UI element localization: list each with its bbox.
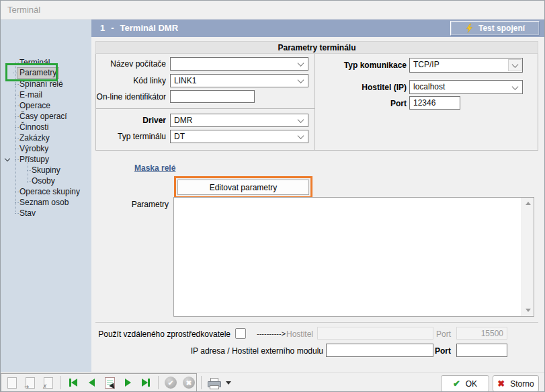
combobox-dropdown-button[interactable] bbox=[508, 59, 521, 71]
toolbar-separator bbox=[60, 376, 61, 389]
chevron-down-icon[interactable] bbox=[5, 156, 10, 161]
host-ip-label: Hostitel (IP) bbox=[310, 83, 407, 92]
import-record-icon: ➜ bbox=[26, 377, 35, 389]
previous-record-button[interactable] bbox=[84, 375, 99, 390]
group-border-right bbox=[538, 54, 538, 150]
sidebar-item-pristupy[interactable]: Přístupy bbox=[19, 155, 49, 165]
parameters-textarea[interactable] bbox=[173, 197, 534, 317]
parameters-label: Parametry bbox=[95, 200, 169, 209]
host-ip-combobox[interactable]: localhost bbox=[409, 80, 523, 94]
use-remote-broker-label: Použít vzdáleného zprostředkovatele bbox=[81, 329, 230, 339]
last-record-button[interactable] bbox=[138, 375, 153, 390]
browse-records-button[interactable] bbox=[102, 375, 117, 390]
remote-port-label: Port bbox=[417, 329, 451, 339]
line-code-combobox[interactable]: LINK1 bbox=[170, 74, 308, 87]
record-title: Terminál DMR bbox=[120, 23, 178, 33]
scroll-up-icon[interactable] bbox=[526, 202, 531, 205]
vertical-scrollbar[interactable] bbox=[521, 198, 534, 316]
sidebar-item-operace[interactable]: Operace bbox=[19, 101, 50, 111]
cross-icon: ✖ bbox=[497, 379, 505, 389]
relay-mask-link[interactable]: Maska relé bbox=[134, 163, 175, 173]
lightning-icon bbox=[465, 24, 474, 33]
remote-port-input bbox=[456, 327, 507, 340]
print-options-button[interactable] bbox=[224, 375, 233, 390]
sidebar-item-vyrobky[interactable]: Výrobky bbox=[19, 144, 48, 154]
toolbar-separator bbox=[201, 376, 202, 389]
record-number: 1 bbox=[100, 23, 105, 33]
driver-value: DMR bbox=[174, 116, 192, 125]
external-module-port-label: Port bbox=[417, 346, 451, 356]
sidebar-item-terminal[interactable]: Terminál bbox=[19, 58, 50, 68]
line-code-label: Kód linky bbox=[68, 76, 166, 85]
section-title: Parametry terminálu bbox=[95, 41, 538, 54]
online-identifier-label: On-line identifikátor bbox=[68, 92, 166, 102]
print-button[interactable] bbox=[206, 375, 221, 390]
port-label: Port bbox=[310, 99, 407, 108]
delete-record-icon: ✗ bbox=[44, 377, 53, 389]
caret-down-icon bbox=[226, 381, 231, 385]
first-record-button[interactable] bbox=[66, 375, 81, 390]
terminal-window: Terminál Terminál Parametry Spínání relé… bbox=[0, 0, 545, 392]
test-connection-label: Test spojení bbox=[478, 19, 525, 37]
chevron-down-icon bbox=[298, 77, 304, 83]
sidebar-item-osoby[interactable]: Osoby bbox=[32, 176, 55, 186]
port-input[interactable] bbox=[409, 96, 460, 110]
driver-combobox[interactable]: DMR bbox=[170, 114, 308, 127]
group-divider-horizontal bbox=[95, 108, 315, 109]
last-record-icon bbox=[142, 379, 148, 387]
group-border-bottom bbox=[95, 150, 538, 151]
terminal-type-combobox[interactable]: DT bbox=[170, 130, 308, 143]
next-record-button[interactable] bbox=[120, 375, 135, 390]
line-code-value: LINK1 bbox=[174, 76, 196, 85]
confirm-button[interactable]: ✔ bbox=[163, 375, 178, 390]
new-record-button[interactable] bbox=[5, 375, 19, 390]
sidebar-item-email[interactable]: E-mail bbox=[19, 90, 42, 100]
import-record-button[interactable]: ➜ bbox=[23, 375, 38, 390]
driver-label: Driver bbox=[68, 116, 166, 125]
chevron-down-icon bbox=[512, 83, 519, 90]
chevron-down-icon bbox=[512, 61, 519, 68]
tree-guide-line bbox=[15, 63, 16, 212]
sidebar-item-seznam-osob[interactable]: Seznam osob bbox=[19, 198, 69, 208]
storno-label: Storno bbox=[510, 379, 534, 389]
remote-host-label: Hostitel bbox=[273, 329, 313, 339]
scroll-down-icon[interactable] bbox=[526, 309, 531, 312]
terminal-type-label: Typ terminálu bbox=[68, 132, 166, 141]
online-identifier-input[interactable] bbox=[170, 90, 255, 103]
test-connection-button[interactable]: Test spojení bbox=[450, 21, 540, 36]
sidebar-item-skupiny[interactable]: Skupiny bbox=[32, 165, 60, 175]
computer-name-label: Název počítače bbox=[68, 59, 166, 69]
computer-name-combobox[interactable] bbox=[170, 57, 308, 71]
sidebar-item-operace-skupiny[interactable]: Operace skupiny bbox=[19, 187, 80, 197]
sidebar-item-stav[interactable]: Stav bbox=[19, 208, 36, 219]
storno-button[interactable]: ✖ Storno bbox=[493, 375, 539, 392]
toolbar-separator bbox=[158, 376, 159, 389]
window-title: Terminál bbox=[7, 5, 40, 15]
delete-record-button[interactable]: ✗ bbox=[41, 375, 56, 390]
sidebar-item-casy-operaci[interactable]: Časy operací bbox=[19, 112, 67, 122]
bottom-separator bbox=[95, 322, 538, 323]
browse-records-icon bbox=[105, 377, 115, 389]
check-icon: ✔ bbox=[453, 379, 460, 389]
communication-type-value: TCP/IP bbox=[413, 60, 439, 69]
edit-parameters-button[interactable]: Editovat parametry bbox=[177, 180, 309, 195]
sidebar-item-parametry[interactable]: Parametry bbox=[17, 68, 58, 78]
use-remote-broker-checkbox[interactable] bbox=[235, 328, 246, 339]
cancel-button[interactable]: ✖ bbox=[181, 375, 196, 390]
sidebar-item-zakazky[interactable]: Zakázky bbox=[19, 133, 50, 143]
communication-type-combobox[interactable]: TCP/IP bbox=[409, 58, 523, 73]
remote-host-input bbox=[317, 327, 433, 340]
ok-label: OK bbox=[466, 379, 477, 389]
sidebar-item-cinnosti[interactable]: Činnosti bbox=[19, 122, 48, 132]
ok-button[interactable]: ✔ OK bbox=[441, 375, 489, 392]
printer-icon bbox=[208, 378, 220, 388]
last-record-icon bbox=[148, 379, 150, 387]
new-record-icon bbox=[7, 377, 17, 389]
chevron-down-icon bbox=[298, 116, 304, 123]
sidebar: Terminál Parametry Spínání relé E-mail O… bbox=[1, 19, 91, 372]
cancel-icon: ✖ bbox=[183, 377, 195, 389]
external-module-port-input[interactable] bbox=[456, 344, 507, 357]
window-title-bar[interactable]: Terminál bbox=[1, 1, 545, 19]
record-header: 1-Terminál DMR Test spojení bbox=[91, 19, 545, 37]
sidebar-item-spinani-rele[interactable]: Spínání relé bbox=[19, 79, 63, 89]
